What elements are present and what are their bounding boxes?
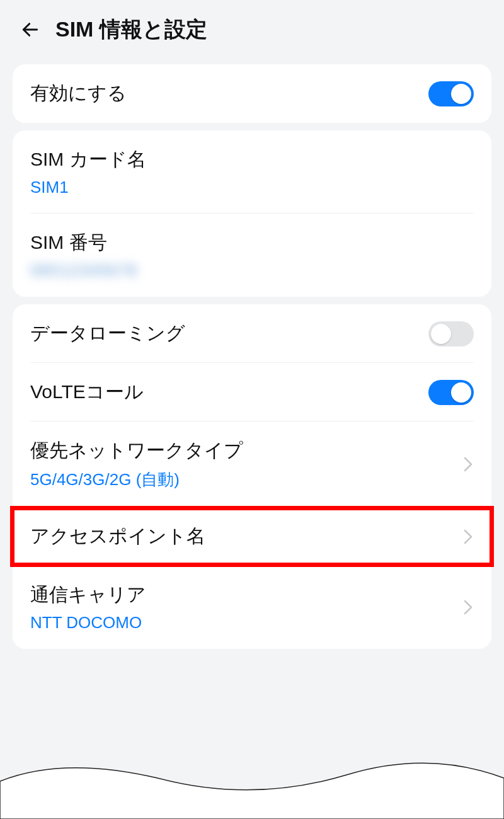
enable-label: 有効にする <box>30 81 428 106</box>
data-roaming-row[interactable]: データローミング <box>13 304 491 363</box>
apn-row[interactable]: アクセスポイント名 <box>13 507 491 566</box>
volte-toggle[interactable] <box>428 380 474 405</box>
chevron-right-icon <box>462 527 474 546</box>
carrier-label: 通信キャリア <box>30 582 455 608</box>
chevron-right-icon <box>462 455 474 474</box>
priority-network-value: 5G/4G/3G/2G (自動) <box>30 469 455 491</box>
sim-number-label: SIM 番号 <box>30 230 474 256</box>
sim-card-name-label: SIM カード名 <box>30 147 474 173</box>
data-roaming-label: データローミング <box>30 321 428 346</box>
sim-number-row[interactable]: SIM 番号 08012345678 <box>13 214 491 297</box>
sim-number-value: 08012345678 <box>30 261 474 280</box>
data-roaming-toggle[interactable] <box>428 321 474 346</box>
chevron-right-icon <box>462 598 474 617</box>
enable-row[interactable]: 有効にする <box>13 64 491 123</box>
enable-toggle[interactable] <box>428 81 474 106</box>
sim-info-card: SIM カード名 SIM1 SIM 番号 08012345678 <box>13 130 491 297</box>
volte-label: VoLTEコール <box>30 379 428 405</box>
network-card: データローミング VoLTEコール 優先ネットワークタイプ 5G/4G/3G/2… <box>13 304 491 649</box>
carrier-row[interactable]: 通信キャリア NTT DOCOMO <box>13 566 491 649</box>
priority-network-row[interactable]: 優先ネットワークタイプ 5G/4G/3G/2G (自動) <box>13 421 491 507</box>
back-button[interactable] <box>18 17 43 42</box>
arrow-left-icon <box>20 20 40 40</box>
page-title: SIM 情報と設定 <box>55 15 207 44</box>
apn-label: アクセスポイント名 <box>30 524 455 549</box>
toggle-knob <box>451 84 471 104</box>
sim-card-name-row[interactable]: SIM カード名 SIM1 <box>13 130 491 214</box>
enable-card: 有効にする <box>13 64 491 123</box>
page-tear-decoration <box>0 743 504 819</box>
toggle-knob <box>431 324 451 344</box>
priority-network-label: 優先ネットワークタイプ <box>30 438 455 464</box>
carrier-value: NTT DOCOMO <box>30 613 455 633</box>
header: SIM 情報と設定 <box>0 0 504 57</box>
sim-card-name-value: SIM1 <box>30 178 474 197</box>
toggle-knob <box>451 382 471 403</box>
volte-row[interactable]: VoLTEコール <box>13 363 491 421</box>
